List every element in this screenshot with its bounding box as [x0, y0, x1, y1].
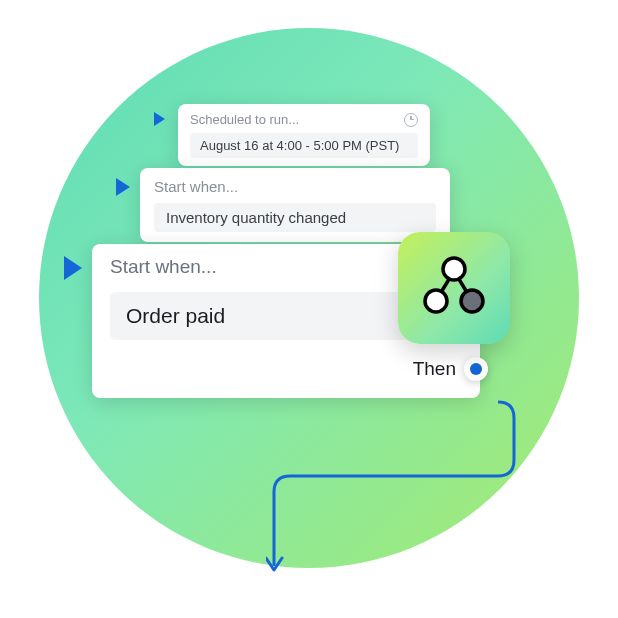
scheduled-content: August 16 at 4:00 - 5:00 PM (PST) — [190, 133, 418, 158]
play-icon — [116, 178, 130, 196]
inventory-card[interactable]: Start when... Inventory quantity changed — [140, 168, 450, 242]
scheduled-title: Scheduled to run... — [190, 112, 418, 127]
flow-node[interactable] — [464, 357, 488, 381]
flow-node-dot — [470, 363, 482, 375]
scheduled-card[interactable]: Scheduled to run... August 16 at 4:00 - … — [178, 104, 430, 166]
then-text: Then — [413, 358, 456, 379]
workflow-tree-icon — [417, 251, 491, 325]
svg-point-3 — [425, 290, 447, 312]
app-badge — [398, 232, 510, 344]
clock-icon — [404, 113, 418, 127]
play-icon — [64, 256, 82, 280]
play-icon — [154, 112, 165, 126]
then-label[interactable]: Then — [110, 340, 462, 398]
svg-point-4 — [461, 290, 483, 312]
inventory-content: Inventory quantity changed — [154, 203, 436, 232]
scheduled-title-text: Scheduled to run... — [190, 112, 299, 127]
inventory-title: Start when... — [154, 178, 436, 195]
svg-point-2 — [443, 258, 465, 280]
